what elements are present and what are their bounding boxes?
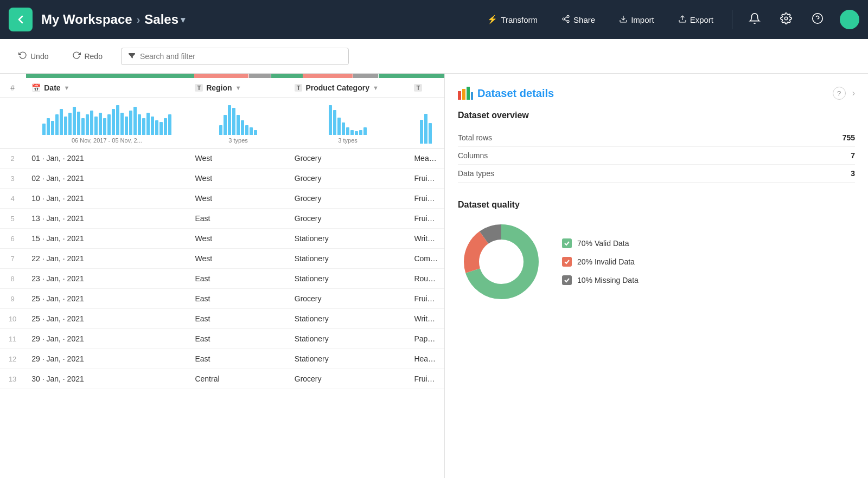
breadcrumb: My Workspace › Sales ▾: [41, 12, 482, 27]
table-row: 5 13 · Jan, · 2021 East Grocery Frui…: [0, 209, 444, 229]
right-panel: Dataset details ? › Dataset overview Tot…: [445, 74, 868, 478]
toolbar: Undo Redo: [0, 39, 868, 74]
dataset-details-icon: [458, 87, 473, 100]
col-header-region[interactable]: T Region ▼: [188, 78, 288, 98]
svg-rect-10: [458, 91, 461, 100]
filter-icon: [128, 51, 136, 61]
panel-header-icons: ? ›: [833, 87, 855, 100]
help-icon[interactable]: [808, 9, 827, 30]
bell-icon[interactable]: [745, 9, 764, 30]
search-input[interactable]: [140, 52, 342, 61]
transform-button[interactable]: ⚡ Transform: [482, 11, 543, 28]
table-row: 10 25 · Jan, · 2021 East Stationery Writ…: [0, 309, 444, 329]
sort-icon-region[interactable]: ▼: [235, 85, 241, 91]
table-row: 6 15 · Jan, · 2021 West Stationery Writ…: [0, 229, 444, 249]
svg-point-17: [482, 242, 521, 281]
breadcrumb-separator: ›: [137, 14, 141, 26]
undo-icon: [18, 51, 27, 61]
panel-title: Dataset details: [458, 87, 554, 100]
table-row: 11 29 · Jan, · 2021 East Stationery Pap…: [0, 329, 444, 349]
svg-rect-11: [462, 89, 465, 100]
redo-icon: [72, 51, 81, 61]
import-button[interactable]: Import: [614, 11, 660, 28]
histogram-date: 06 Nov, 2017 - 05 Nov, 2...: [31, 102, 182, 144]
svg-rect-12: [467, 87, 470, 100]
svg-line-4: [565, 17, 567, 18]
search-box[interactable]: [121, 48, 349, 65]
overview-row: Columns 7: [458, 147, 855, 165]
table-row: 9 25 · Jan, · 2021 East Grocery Frui…: [0, 289, 444, 309]
column-color-bars: [0, 74, 444, 78]
type-icon-col4: T: [414, 84, 422, 92]
legend-item-missing: 10% Missing Data: [562, 275, 639, 285]
svg-point-1: [563, 18, 565, 20]
legend-item-invalid: 20% Invalid Data: [562, 257, 639, 267]
export-button[interactable]: Export: [673, 11, 719, 28]
svg-point-0: [567, 15, 569, 17]
histogram-region: 3 types: [195, 102, 281, 144]
header-actions: ⚡ Transform Share Import Export: [482, 9, 859, 30]
svg-point-8: [813, 13, 822, 23]
quality-section: Dataset quality: [458, 200, 855, 305]
donut-chart: [458, 218, 545, 305]
back-button[interactable]: [9, 8, 33, 31]
svg-point-2: [567, 20, 569, 22]
avatar[interactable]: [840, 10, 859, 29]
overview-row: Data types 3: [458, 165, 855, 183]
dataset-label[interactable]: Sales ▾: [144, 12, 185, 27]
table-row: 2 01 · Jan, · 2021 West Grocery Mea…: [0, 148, 444, 169]
legend-icon-missing: [562, 275, 572, 285]
main-content: # 📅 Date ▼ T Region ▼: [0, 74, 868, 478]
share-button[interactable]: Share: [556, 11, 601, 28]
type-icon-region: T: [195, 84, 203, 92]
panel-expand-icon[interactable]: ›: [852, 88, 855, 98]
quality-legend: 70% Valid Data 20% Invalid Data 10% Miss…: [562, 238, 639, 285]
overview-row: Total rows 755: [458, 129, 855, 147]
type-icon-prodcat: T: [295, 84, 303, 92]
histogram-row: 06 Nov, 2017 - 05 Nov, 2... 3 types 3 ty…: [0, 98, 444, 148]
export-icon: [678, 15, 687, 25]
legend-item-valid: 70% Valid Data: [562, 238, 639, 248]
quality-chart-area: 70% Valid Data 20% Invalid Data 10% Miss…: [458, 218, 855, 305]
panel-header: Dataset details ? ›: [458, 87, 855, 100]
histogram-col4: [414, 111, 438, 144]
share-icon: [561, 15, 570, 25]
calendar-icon: 📅: [31, 83, 41, 92]
data-table-area: # 📅 Date ▼ T Region ▼: [0, 74, 445, 478]
gear-icon[interactable]: [777, 9, 795, 30]
data-table: # 📅 Date ▼ T Region ▼: [0, 78, 444, 389]
svg-line-3: [565, 20, 567, 21]
header-divider: [732, 10, 732, 29]
table-row: 7 22 · Jan, · 2021 West Stationery Com…: [0, 249, 444, 269]
table-row: 8 23 · Jan, · 2021 East Stationery Rou…: [0, 269, 444, 289]
undo-button[interactable]: Undo: [13, 48, 54, 64]
svg-point-7: [784, 17, 788, 20]
overview-table: Total rows 755 Columns 7 Data types 3: [458, 129, 855, 183]
col-header-col4[interactable]: T: [407, 78, 444, 98]
sort-icon-prodcat[interactable]: ▼: [373, 85, 379, 91]
table-row: 12 29 · Jan, · 2021 East Stationery Hea…: [0, 349, 444, 369]
redo-button[interactable]: Redo: [67, 48, 107, 64]
import-icon: [619, 15, 628, 25]
col-header-date[interactable]: 📅 Date ▼: [25, 78, 188, 98]
table-row: 3 02 · Jan, · 2021 West Grocery Frui…: [0, 169, 444, 189]
app-header: My Workspace › Sales ▾ ⚡ Transform Share…: [0, 0, 868, 39]
sort-icon-date[interactable]: ▼: [64, 85, 70, 91]
workspace-label: My Workspace: [41, 12, 132, 27]
svg-rect-13: [471, 92, 473, 100]
col-header-product-category[interactable]: T Product Category ▼: [288, 78, 408, 98]
transform-icon: ⚡: [487, 15, 497, 24]
table-row: 4 10 · Jan, · 2021 West Grocery Frui…: [0, 189, 444, 209]
overview-section-title: Dataset overview: [458, 111, 855, 120]
legend-icon-invalid: [562, 257, 572, 267]
col-header-rownum: #: [0, 78, 25, 98]
dataset-dropdown-icon[interactable]: ▾: [181, 15, 185, 25]
quality-section-title: Dataset quality: [458, 200, 855, 210]
legend-icon-valid: [562, 238, 572, 248]
table-row: 13 30 · Jan, · 2021 Central Grocery Frui…: [0, 369, 444, 389]
histogram-prodcat: 3 types: [295, 102, 401, 144]
panel-help-icon[interactable]: ?: [833, 87, 846, 100]
